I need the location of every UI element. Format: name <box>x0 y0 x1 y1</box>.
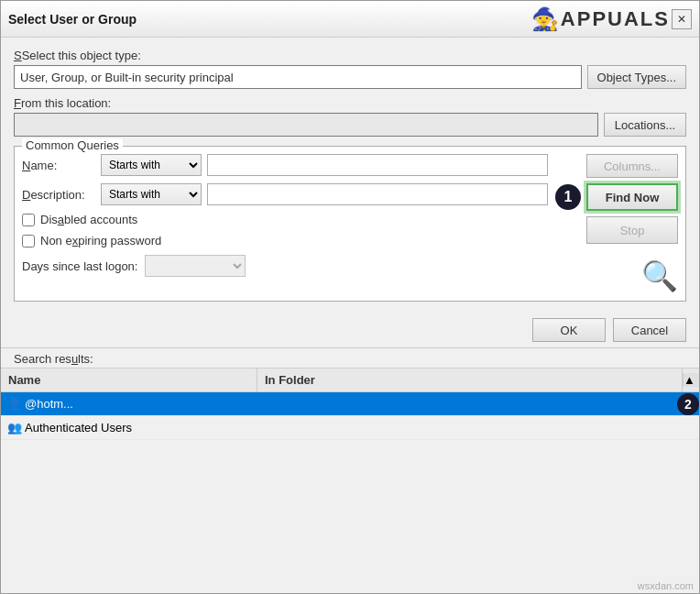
col-name-header: Name <box>1 368 257 391</box>
location-row: Locations... <box>14 113 686 137</box>
stop-button[interactable]: Stop <box>586 216 678 244</box>
object-types-button[interactable]: Object Types... <box>587 65 686 89</box>
result-name-text: Authenticated Users <box>25 421 132 434</box>
badge-1: 1 <box>555 184 581 210</box>
days-select[interactable] <box>145 255 246 277</box>
columns-button[interactable]: Columns... <box>586 154 678 178</box>
watermark: wsxdan.com <box>638 580 694 591</box>
disabled-accounts-checkbox[interactable] <box>22 214 35 226</box>
find-now-container: 1 Find Now <box>555 183 678 211</box>
location-input[interactable] <box>14 113 598 137</box>
description-query-label: Description: <box>22 188 95 202</box>
logo-text: APPUALS <box>561 7 670 31</box>
common-queries-box: Common Queries Name: Starts with Is exac… <box>14 146 686 302</box>
result-name-text: @hotm... <box>25 397 73 411</box>
description-query-row: Description: Starts with Is exactly <box>22 183 548 205</box>
location-group: From this location: Locations... <box>14 96 686 137</box>
search-results-section: Search results: Name In Folder ▲ 👤 @hotm… <box>1 347 699 593</box>
logo-area: 🧙 APPUALS ✕ <box>531 6 692 32</box>
object-type-label: SSelect this object type: <box>14 49 686 62</box>
search-icon-area: 🔍 <box>641 258 678 293</box>
table-row[interactable]: 👥 Authenticated Users <box>1 416 699 440</box>
close-button[interactable]: ✕ <box>672 9 692 29</box>
queries-left: Name: Starts with Is exactly Description… <box>22 154 548 277</box>
object-type-row: Object Types... <box>14 65 686 89</box>
description-condition-select[interactable]: Starts with Is exactly <box>101 183 202 205</box>
non-expiring-checkbox[interactable] <box>22 235 35 248</box>
badge-2: 2 <box>677 393 699 415</box>
magnifier-icon: 🔍 <box>641 258 678 293</box>
disabled-accounts-row: Disabled accounts <box>22 213 548 226</box>
dialog-content: SSelect this object type: Object Types..… <box>1 38 699 313</box>
logo-icon: 🧙 <box>531 6 559 32</box>
users-icon: 👥 <box>5 418 25 438</box>
common-queries-legend: Common Queries <box>22 138 123 152</box>
results-table: Name In Folder ▲ 👤 @hotm... 2 👥 <box>1 368 699 593</box>
results-header: Name In Folder ▲ <box>1 368 699 392</box>
queries-right: Columns... 1 Find Now Stop 🔍 <box>555 154 678 293</box>
location-label: From this location: <box>14 96 686 110</box>
title-bar: Select User or Group 🧙 APPUALS ✕ <box>1 1 699 38</box>
search-results-label: Search results: <box>1 348 699 368</box>
dialog-title: Select User or Group <box>8 12 137 27</box>
locations-button[interactable]: Locations... <box>604 113 686 137</box>
name-query-input[interactable] <box>207 154 548 176</box>
table-row[interactable]: 👤 @hotm... 2 <box>1 392 699 416</box>
result-name-cell: @hotm... <box>25 397 261 411</box>
find-now-button[interactable]: Find Now <box>586 183 678 211</box>
object-type-group: SSelect this object type: Object Types..… <box>14 49 686 89</box>
name-query-label: Name: <box>22 159 95 172</box>
name-condition-select[interactable]: Starts with Is exactly <box>101 154 202 176</box>
results-body: 👤 @hotm... 2 👥 Authenticated Users <box>1 392 699 440</box>
disabled-accounts-label: Disabled accounts <box>40 213 137 226</box>
name-query-row: Name: Starts with Is exactly <box>22 154 548 176</box>
days-label: Days since last logon: <box>22 259 137 273</box>
select-user-dialog: Select User or Group 🧙 APPUALS ✕ SSelect… <box>0 0 700 594</box>
scroll-indicator[interactable]: ▲ <box>683 373 699 387</box>
days-row: Days since last logon: <box>22 255 548 277</box>
ok-button[interactable]: OK <box>532 318 606 342</box>
object-type-input[interactable] <box>14 65 582 89</box>
non-expiring-row: Non expiring password <box>22 234 548 248</box>
user-icon: 👤 <box>5 394 25 414</box>
non-expiring-label: Non expiring password <box>40 234 161 248</box>
queries-content: Name: Starts with Is exactly Description… <box>22 154 678 293</box>
col-folder-header: In Folder <box>257 368 683 391</box>
result-name-cell: Authenticated Users <box>25 421 261 434</box>
cancel-button[interactable]: Cancel <box>613 318 686 342</box>
bottom-actions: OK Cancel <box>1 313 699 347</box>
description-query-input[interactable] <box>207 183 548 205</box>
